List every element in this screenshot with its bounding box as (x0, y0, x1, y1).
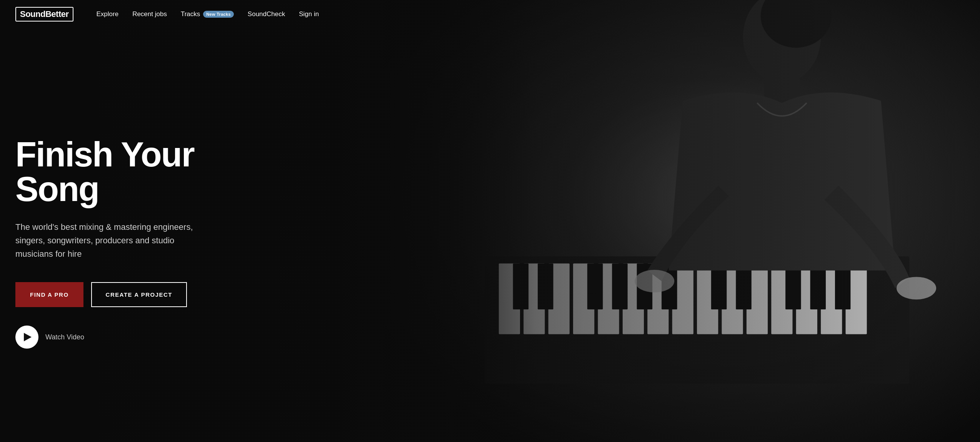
logo[interactable]: SoundBetter (15, 7, 73, 22)
hero-content: Finish Your Song The world's best mixing… (0, 28, 246, 442)
nav-soundcheck[interactable]: SoundCheck (248, 10, 285, 18)
watch-video-label: Watch Video (45, 333, 84, 341)
watch-video-button[interactable]: Watch Video (15, 326, 231, 349)
logo-text[interactable]: SoundBetter (15, 7, 73, 22)
hero-title: Finish Your Song (15, 137, 231, 206)
play-icon (24, 333, 32, 341)
nav-sign-in[interactable]: Sign in (299, 10, 319, 18)
nav-explore[interactable]: Explore (97, 10, 119, 18)
find-pro-button[interactable]: FIND A PRO (15, 282, 83, 307)
hero-buttons: FIND A PRO CREATE A PROJECT (15, 282, 231, 307)
hero-subtitle: The world's best mixing & mastering engi… (15, 220, 208, 261)
hero-section: SoundBetter Explore Recent jobs Tracks N… (0, 0, 980, 442)
navbar: SoundBetter Explore Recent jobs Tracks N… (0, 0, 980, 28)
nav-links: Explore Recent jobs Tracks New Tracks So… (97, 10, 319, 18)
create-project-button[interactable]: CREATE A PROJECT (91, 282, 187, 307)
play-button[interactable] (15, 326, 38, 349)
tracks-badge: New Tracks (203, 11, 234, 18)
nav-tracks[interactable]: Tracks New Tracks (181, 10, 234, 18)
nav-recent-jobs[interactable]: Recent jobs (132, 10, 167, 18)
